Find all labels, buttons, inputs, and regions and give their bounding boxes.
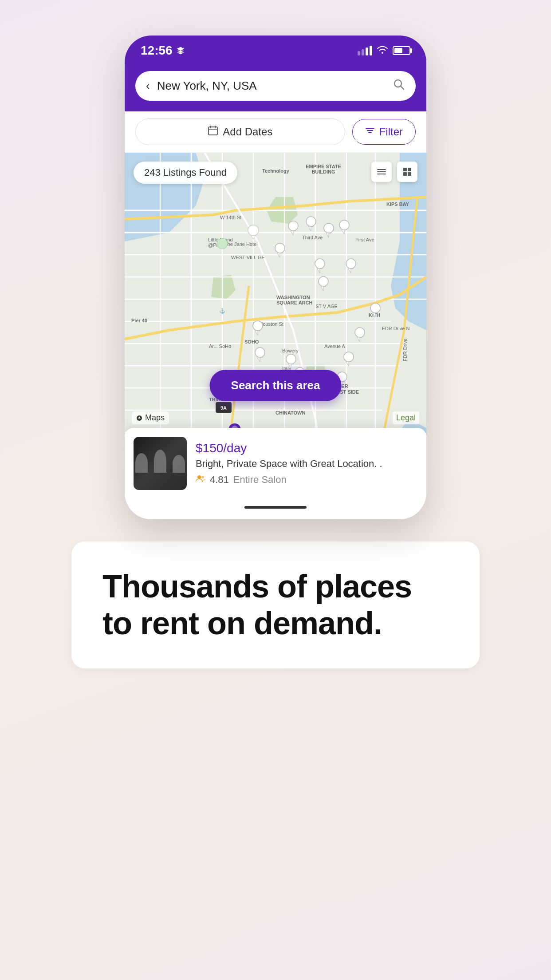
search-bar-left: ‹ New York, NY, USA: [146, 79, 257, 93]
status-icons-area: [358, 45, 410, 56]
svg-point-68: [346, 259, 356, 269]
svg-point-60: [248, 225, 259, 236]
filter-button[interactable]: Filter: [352, 119, 416, 145]
search-area-button[interactable]: Search this area: [210, 370, 342, 401]
svg-rect-93: [408, 172, 411, 176]
svg-point-77: [344, 352, 354, 362]
tagline-line2: to rent on demand.: [102, 605, 382, 641]
svg-text:FDR Drive N: FDR Drive N: [382, 326, 409, 331]
search-area-label: Search this area: [231, 379, 320, 392]
app-header: ‹ New York, NY, USA: [125, 64, 426, 111]
svg-point-64: [324, 223, 334, 233]
price-amount: $150: [196, 441, 223, 455]
svg-text:9A: 9A: [220, 405, 227, 411]
svg-point-72: [255, 348, 265, 357]
svg-point-71: [253, 321, 263, 331]
map-container[interactable]: Technology EMPIRE STATE BUILDING KIPS BA…: [125, 153, 426, 499]
listings-badge: 243 Listings Found: [134, 162, 237, 184]
location-arrow-icon: [176, 46, 185, 55]
listings-count: 243 Listings Found: [144, 167, 227, 178]
svg-text:Bowery: Bowery: [282, 348, 299, 353]
back-button[interactable]: ‹: [146, 79, 150, 93]
svg-text:CHINATOWN: CHINATOWN: [276, 410, 305, 415]
add-dates-label: Add Dates: [223, 126, 272, 138]
svg-point-95: [201, 476, 204, 478]
svg-point-62: [288, 221, 298, 231]
svg-text:ST V  AGE: ST V AGE: [315, 304, 338, 309]
battery-icon: [393, 46, 410, 55]
list-view-toggle[interactable]: [371, 162, 392, 182]
svg-text:SOHO: SOHO: [244, 339, 259, 344]
svg-text:W 14th St: W 14th St: [220, 215, 241, 220]
map-view-toggle[interactable]: [397, 162, 417, 182]
svg-text:⚓: ⚓: [219, 308, 225, 314]
listing-price: $150/day: [196, 441, 417, 455]
legal-text: Legal: [396, 413, 416, 422]
svg-point-83: [217, 238, 228, 249]
tagline-text: Thousands of places to rent on demand.: [102, 568, 449, 642]
svg-point-67: [315, 259, 325, 269]
listing-info: $150/day Bright, Private Space with Grea…: [196, 441, 417, 486]
svg-point-66: [275, 243, 285, 253]
filter-label: Filter: [379, 126, 403, 138]
listing-description: Bright, Private Space with Great Locatio…: [196, 458, 417, 470]
svg-rect-91: [408, 168, 411, 171]
search-bar[interactable]: ‹ New York, NY, USA: [135, 71, 416, 101]
time-display: 12:56: [141, 43, 173, 58]
status-bar: 12:56: [125, 36, 426, 64]
wifi-icon: [377, 45, 388, 56]
svg-text:Pier 40: Pier 40: [131, 318, 147, 323]
svg-point-69: [319, 277, 328, 286]
tagline-section: Thousands of places to rent on demand.: [71, 541, 480, 668]
signal-icon: [358, 46, 372, 55]
svg-point-73: [286, 354, 296, 364]
add-dates-button[interactable]: Add Dates: [135, 119, 345, 145]
svg-rect-92: [403, 172, 407, 176]
home-bar: [244, 506, 307, 509]
maps-credit-text: Maps: [145, 413, 165, 423]
svg-text:WASHINGTON: WASHINGTON: [276, 295, 310, 300]
svg-point-78: [355, 328, 365, 337]
tagline-line1: Thousands of places: [102, 569, 412, 604]
legal-link[interactable]: Legal: [393, 411, 419, 424]
phone-wrapper: 12:56: [125, 36, 426, 519]
svg-point-94: [197, 475, 201, 479]
people-icon: [196, 474, 205, 486]
svg-text:FDR Drive: FDR Drive: [402, 339, 408, 361]
listing-thumbnail: [134, 437, 187, 490]
listing-meta: 4.81 Entire Salon: [196, 474, 417, 486]
svg-text:Technology: Technology: [262, 168, 290, 174]
search-location-text: New York, NY, USA: [157, 79, 257, 93]
svg-text:BUILDING: BUILDING: [311, 169, 335, 174]
listing-rating: 4.81: [210, 474, 229, 486]
svg-text:Ar... SoHo: Ar... SoHo: [209, 344, 231, 349]
calendar-icon: [208, 125, 218, 138]
svg-text:Third Ave: Third Ave: [302, 235, 323, 240]
svg-text:Avenue A: Avenue A: [324, 344, 346, 349]
svg-text:First Ave: First Ave: [355, 237, 374, 242]
map-view-toggles: [371, 162, 417, 182]
home-indicator: [125, 499, 426, 519]
listing-type: Entire Salon: [233, 474, 287, 486]
svg-text:SQUARE ARCH: SQUARE ARCH: [276, 300, 313, 305]
svg-text:EMPIRE STATE: EMPIRE STATE: [306, 164, 341, 169]
listing-card[interactable]: $150/day Bright, Private Space with Grea…: [125, 428, 426, 499]
price-unit: /day: [223, 441, 247, 455]
status-time-area: 12:56: [141, 43, 185, 58]
search-icon[interactable]: [393, 78, 405, 94]
filter-icon: [365, 126, 375, 138]
apple-maps-credit: Maps: [132, 411, 169, 424]
svg-line-1: [401, 86, 404, 89]
svg-rect-90: [403, 168, 407, 171]
svg-point-65: [339, 220, 349, 230]
filters-row: Add Dates Filter: [125, 111, 426, 153]
svg-text:WEST VILL   GE: WEST VILL GE: [231, 255, 265, 260]
svg-point-63: [306, 217, 316, 226]
svg-rect-2: [209, 127, 217, 135]
svg-point-70: [370, 303, 380, 313]
svg-text:KIPS BAY: KIPS BAY: [386, 202, 409, 207]
